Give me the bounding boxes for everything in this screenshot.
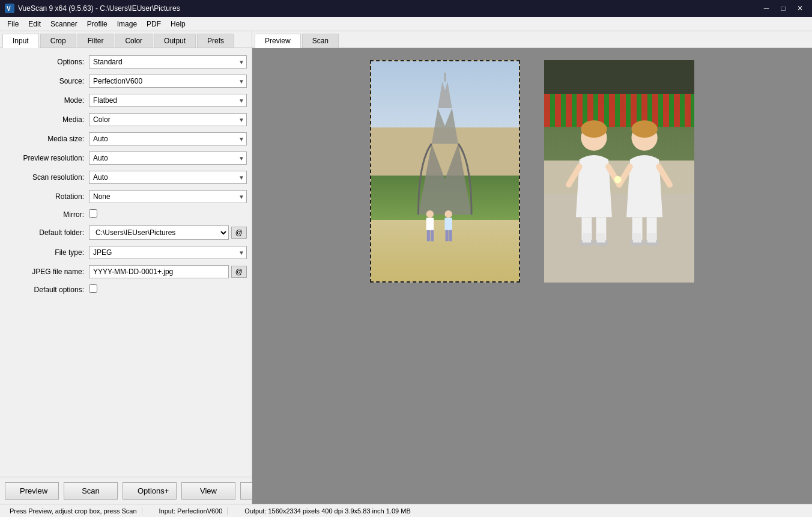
status-left: Press Preview, adjust crop box, press Sc… <box>5 507 142 515</box>
menu-edit[interactable]: Edit <box>23 19 46 29</box>
left-tabs-row: Input Crop Filter Color Output Prefs <box>0 31 252 48</box>
menu-file[interactable]: File <box>2 19 23 29</box>
close-button[interactable]: ✕ <box>793 3 807 14</box>
svg-rect-20 <box>430 230 433 240</box>
status-right: Output: 1560x2334 pixels 400 dpi 3.9x5.8… <box>240 507 415 515</box>
default-folder-control: C:\Users\IEUser\Pictures @ <box>89 225 247 240</box>
options-row: Options: Standard Advanced ▼ <box>5 55 247 69</box>
options-control: Standard Advanced ▼ <box>89 55 247 69</box>
scan-button[interactable]: Scan <box>64 482 118 500</box>
svg-marker-14 <box>432 108 458 144</box>
file-type-row: File type: JPEG TIFF PNG PDF ▼ <box>5 246 247 259</box>
default-folder-label: Default folder: <box>5 228 89 237</box>
svg-rect-23 <box>445 230 448 240</box>
svg-text:V: V <box>7 5 11 12</box>
people-svg <box>408 200 482 255</box>
media-size-row: Media size: Auto Letter A4 ▼ <box>5 132 247 145</box>
default-folder-at-button[interactable]: @ <box>231 227 247 239</box>
jpeg-filename-label: JPEG file name: <box>5 268 89 276</box>
title-bar: V VueScan 9 x64 (9.5.63) - C:\Users\IEUs… <box>0 0 812 17</box>
preview-button[interactable]: Preview <box>5 482 59 500</box>
scan-res-select[interactable]: Auto 300 600 1200 <box>89 171 247 184</box>
preview-canvas <box>252 48 812 504</box>
media-select[interactable]: Color Gray B&W <box>89 113 247 126</box>
scan-res-label: Scan resolution: <box>5 173 89 182</box>
view-button[interactable]: View <box>181 482 235 500</box>
svg-line-27 <box>569 167 580 185</box>
status-middle: Input: PerfectionV600 <box>154 507 228 515</box>
rotation-select[interactable]: None 90 CW 90 CCW 180 <box>89 190 247 203</box>
form-area: Options: Standard Advanced ▼ Source: <box>0 48 252 477</box>
media-size-select[interactable]: Auto Letter A4 <box>89 132 247 145</box>
preview-tabs-row: Preview Scan <box>252 31 812 48</box>
rotation-row: Rotation: None 90 CW 90 CCW 180 ▼ <box>5 190 247 203</box>
tab-output[interactable]: Output <box>154 34 196 47</box>
file-type-select[interactable]: JPEG TIFF PNG PDF <box>89 246 247 259</box>
media-label: Media: <box>5 115 89 124</box>
tab-filter[interactable]: Filter <box>77 34 114 47</box>
jpeg-filename-at-button[interactable]: @ <box>231 266 247 278</box>
photo-eiffel-container <box>370 60 520 283</box>
menu-scanner[interactable]: Scanner <box>46 19 82 29</box>
media-size-label: Media size: <box>5 135 89 143</box>
photo-children-container <box>544 60 694 283</box>
source-control: PerfectionV600 ▼ <box>89 75 247 88</box>
tab-crop[interactable]: Crop <box>40 34 76 47</box>
options-select[interactable]: Standard Advanced <box>89 55 247 69</box>
mirror-control <box>89 209 247 219</box>
svg-rect-45 <box>647 233 656 242</box>
options-plus-button[interactable]: Options+ <box>123 482 177 500</box>
svg-rect-24 <box>449 230 452 240</box>
title-bar-controls: ─ □ ✕ <box>759 3 807 14</box>
default-folder-select[interactable]: C:\Users\IEUser\Pictures <box>89 225 229 240</box>
menu-profile[interactable]: Profile <box>82 19 112 29</box>
default-options-checkbox[interactable] <box>89 284 97 293</box>
photo-eiffel <box>370 60 520 283</box>
media-row: Media: Color Gray B&W ▼ <box>5 113 247 126</box>
svg-rect-34 <box>597 233 605 242</box>
svg-rect-44 <box>633 233 641 242</box>
svg-point-39 <box>614 176 622 183</box>
preview-res-label: Preview resolution: <box>5 154 89 162</box>
jpeg-filename-control: YYYY-MM-DD-0001+.jpg @ <box>89 265 247 278</box>
source-select[interactable]: PerfectionV600 <box>89 75 247 88</box>
svg-point-17 <box>426 210 433 218</box>
default-options-control <box>89 284 247 295</box>
svg-rect-33 <box>583 233 591 242</box>
preview-res-control: Auto 75 150 300 ▼ <box>89 151 247 165</box>
mode-row: Mode: Flatbed Transparency Negative ▼ <box>5 94 247 107</box>
svg-marker-15 <box>438 82 452 108</box>
status-bar: Press Preview, adjust crop box, press Sc… <box>0 504 812 517</box>
tab-input[interactable]: Input <box>2 34 39 48</box>
menu-help[interactable]: Help <box>166 19 190 29</box>
svg-point-36 <box>631 120 657 138</box>
mode-control: Flatbed Transparency Negative ▼ <box>89 94 247 107</box>
mode-select[interactable]: Flatbed Transparency Negative <box>89 94 247 107</box>
svg-line-38 <box>659 167 670 185</box>
tab-color[interactable]: Color <box>115 34 153 47</box>
title-bar-title: VueScan 9 x64 (9.5.63) - C:\Users\IEUser… <box>18 4 180 13</box>
mirror-checkbox[interactable] <box>89 209 97 218</box>
tab-scan[interactable]: Scan <box>302 34 339 47</box>
preview-res-select[interactable]: Auto 75 150 300 <box>89 151 247 165</box>
media-control: Color Gray B&W ▼ <box>89 113 247 126</box>
jpeg-filename-select[interactable]: YYYY-MM-DD-0001+.jpg <box>89 265 229 278</box>
preview-res-row: Preview resolution: Auto 75 150 300 ▼ <box>5 151 247 165</box>
rotation-control: None 90 CW 90 CCW 180 ▼ <box>89 190 247 203</box>
svg-point-26 <box>581 120 607 138</box>
minimize-button[interactable]: ─ <box>759 3 774 14</box>
default-options-row: Default options: <box>5 284 247 295</box>
mode-label: Mode: <box>5 96 89 105</box>
source-row: Source: PerfectionV600 ▼ <box>5 75 247 88</box>
right-panel: Preview Scan <box>252 31 812 504</box>
mirror-label: Mirror: <box>5 210 89 219</box>
maximize-button[interactable]: □ <box>776 3 790 14</box>
menu-bar: File Edit Scanner Profile Image PDF Help <box>0 17 812 31</box>
tab-preview[interactable]: Preview <box>255 34 301 48</box>
media-size-control: Auto Letter A4 ▼ <box>89 132 247 145</box>
menu-pdf[interactable]: PDF <box>142 19 166 29</box>
default-folder-row: Default folder: C:\Users\IEUser\Pictures… <box>5 225 247 240</box>
menu-image[interactable]: Image <box>112 19 142 29</box>
tab-prefs[interactable]: Prefs <box>197 34 234 47</box>
scan-res-row: Scan resolution: Auto 300 600 1200 ▼ <box>5 171 247 184</box>
